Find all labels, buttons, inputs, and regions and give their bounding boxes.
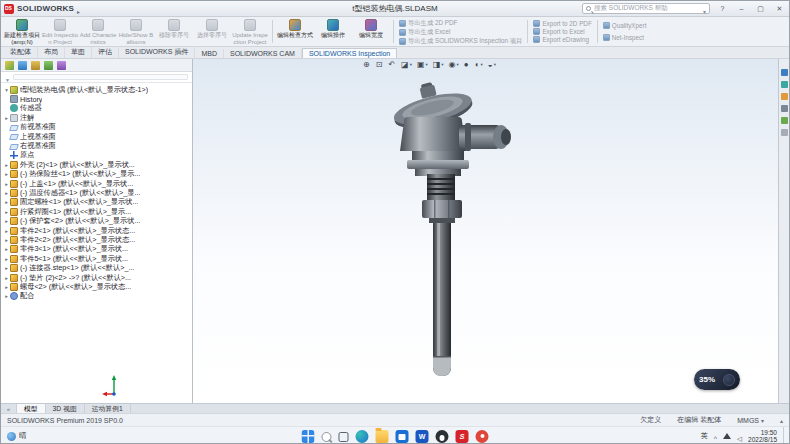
expand-arrow-icon[interactable]: ▸: [3, 237, 10, 243]
qualityxpert-item[interactable]: QualityXpert: [603, 22, 647, 29]
expand-arrow-icon[interactable]: ▸: [3, 199, 10, 205]
feature-tree-item[interactable]: 上视基准面: [3, 132, 192, 141]
export-inspection-project-cn-item[interactable]: 导出生成 SOLIDWORKS Inspection 项目: [399, 37, 522, 46]
new-inspection-project-button[interactable]: 新建检查项目 (amp;N): [3, 18, 41, 45]
help-button[interactable]: [716, 3, 729, 15]
tab-inspection[interactable]: SOLIDWORKS Inspection: [302, 48, 397, 58]
design-library-icon[interactable]: [781, 81, 788, 88]
feature-tree-item[interactable]: ▸ 零件2<1> (默认<<默认>_显示状态...: [3, 226, 192, 235]
store-icon[interactable]: [396, 430, 409, 443]
help-search-box[interactable]: 搜索 SOLIDWORKS 帮助: [582, 3, 710, 14]
expand-arrow-icon[interactable]: ▸: [3, 115, 10, 121]
configurationmanager-tab-icon[interactable]: [31, 61, 40, 70]
tab-assembly[interactable]: 装配体: [4, 46, 38, 58]
expand-arrow-icon[interactable]: ▸: [3, 256, 10, 262]
network-icon[interactable]: [723, 433, 731, 439]
feature-tree-item[interactable]: History: [3, 94, 192, 103]
export-edrawing-item[interactable]: Export eDrawing: [533, 36, 591, 43]
filter-input[interactable]: [13, 74, 188, 80]
qq-icon[interactable]: [436, 430, 449, 443]
weather-widget[interactable]: 晴: [7, 427, 27, 444]
expand-arrow-icon[interactable]: ▸: [3, 275, 10, 281]
task-view-button[interactable]: [339, 432, 349, 442]
tab-addins[interactable]: SOLIDWORKS 插件: [119, 46, 195, 58]
feature-tree-item[interactable]: ▸ 配合: [3, 292, 192, 301]
feature-tree-item[interactable]: 原点: [3, 151, 192, 160]
sw-resources-icon[interactable]: [781, 69, 788, 76]
edit-inspection-project-button[interactable]: Edit Inspection Project: [41, 18, 79, 45]
feature-tree-item[interactable]: ▸ (-) 保护套<2> (默认<<默认>_显示状...: [3, 216, 192, 225]
feature-tree-item[interactable]: ▸ 固定螺栓<1> (默认<<默认>_显示状...: [3, 198, 192, 207]
add-characteristics-button[interactable]: Add Characteristics: [79, 18, 117, 45]
units-selector[interactable]: MMGS: [737, 417, 764, 424]
tab-model[interactable]: 模型: [17, 404, 46, 413]
feature-tree-item[interactable]: ▸ 螺母<2> (默认<<默认>_显示状态...: [3, 282, 192, 291]
remove-balloon-button[interactable]: 移除零序号: [155, 18, 193, 45]
feature-tree-item[interactable]: 传感器: [3, 104, 192, 113]
previous-view-icon[interactable]: ↶: [388, 60, 396, 69]
tab-sketch[interactable]: 草图: [65, 46, 92, 58]
status-expand-icon[interactable]: [780, 417, 783, 424]
export-2d-pdf-item[interactable]: Export to 2D PDF: [533, 20, 591, 27]
expand-arrow-icon[interactable]: ▸: [3, 162, 10, 168]
thermocouple-3d-model[interactable]: [193, 59, 778, 403]
minimize-button[interactable]: [735, 3, 748, 15]
edit-tolerance-button[interactable]: 编辑宽度: [352, 18, 390, 45]
feature-tree-item[interactable]: 右视基准面: [3, 141, 192, 150]
tab-3d-views[interactable]: 3D 视图: [46, 404, 85, 413]
net-inspect-item[interactable]: Net-Inspect: [603, 34, 647, 41]
recorder-icon[interactable]: [476, 430, 489, 443]
search-caret-icon[interactable]: [703, 0, 706, 18]
expand-arrow-icon[interactable]: ▸: [3, 218, 10, 224]
view-settings-icon[interactable]: ◒ ▾: [488, 60, 496, 69]
edit-inspection-method-button[interactable]: 编辑检查方式: [276, 18, 314, 45]
zoom-fit-icon[interactable]: ⊕: [363, 60, 371, 69]
feature-tree-item[interactable]: ▸ 零件5<1> (默认<<默认>_显示状...: [3, 254, 192, 263]
feature-tree-item[interactable]: ▸ (-) 热保险丝<1> (默认<<默认>_显示...: [3, 170, 192, 179]
displaymanager-tab-icon[interactable]: [57, 61, 66, 70]
expand-arrow-icon[interactable]: ▸: [3, 246, 10, 252]
edge-icon[interactable]: [356, 430, 369, 443]
edit-operation-button[interactable]: 编辑操作: [314, 18, 352, 45]
tab-cam[interactable]: SOLIDWORKS CAM: [224, 49, 302, 58]
section-view-icon[interactable]: ◪ ▾: [401, 60, 412, 69]
feature-tree-item[interactable]: ▸ 零件2<2> (默认<<默认>_显示状态...: [3, 235, 192, 244]
custom-properties-icon[interactable]: [781, 129, 788, 136]
feature-tree-item[interactable]: ▸ 外壳 (2)<1> (默认<<默认>_显示状...: [3, 160, 192, 169]
view-orientation-icon[interactable]: ▣ ▾: [417, 60, 428, 69]
graphics-viewport[interactable]: ⊕ ⊡ ↶ ◪ ▾: [193, 59, 778, 403]
close-button[interactable]: [773, 3, 786, 15]
hide-show-balloons-button[interactable]: Hide/Show Balloons: [117, 18, 155, 45]
expand-arrow-icon[interactable]: ▸: [3, 181, 10, 187]
feature-tree-item[interactable]: ▸ (-) 垫片 (2)<2> ->? (默认<<默认>...: [3, 273, 192, 282]
feature-tree-root[interactable]: t型铠装热电偶 (默认<默认_显示状态-1>): [3, 85, 192, 94]
export-excel-item[interactable]: Export to Excel: [533, 28, 591, 35]
expand-arrow-icon[interactable]: [3, 87, 10, 93]
word-icon[interactable]: [416, 430, 429, 443]
feature-tree-item[interactable]: ▸ 拧紧焊圈<1> (默认<<默认>_显示...: [3, 207, 192, 216]
feature-tree-item[interactable]: ▸ 零件3<1> (默认<<默认>_显示状...: [3, 245, 192, 254]
tab-motion-study-1[interactable]: 运动算例1: [85, 404, 131, 413]
expand-arrow-icon[interactable]: ▸: [3, 190, 10, 196]
feature-tree-item[interactable]: ▸ (-) 连接器.step<1> (默认<<默认>_...: [3, 263, 192, 272]
appearances-icon[interactable]: [781, 117, 788, 124]
hide-show-items-icon[interactable]: ◉ ▾: [449, 60, 459, 69]
export-excel-cn-item[interactable]: 导出生成 Excel: [399, 28, 522, 37]
expand-arrow-icon[interactable]: ▸: [3, 284, 10, 290]
feature-tree-item[interactable]: 前视基准面: [3, 123, 192, 132]
tab-evaluate[interactable]: 评估: [92, 46, 119, 58]
tab-scroll-left-icon[interactable]: [1, 404, 17, 413]
language-indicator[interactable]: 英: [701, 431, 708, 441]
show-desktop-button[interactable]: [783, 427, 786, 444]
maximize-button[interactable]: [754, 3, 767, 15]
apply-scene-icon[interactable]: ◐ ▾: [475, 60, 483, 69]
zoom-area-icon[interactable]: ⊡: [376, 60, 384, 69]
expand-arrow-icon[interactable]: ▸: [3, 209, 10, 215]
clock[interactable]: 19:50 2022/8/15: [748, 429, 777, 444]
search-button[interactable]: [322, 432, 332, 442]
expand-arrow-icon[interactable]: ▸: [3, 228, 10, 234]
expand-arrow-icon[interactable]: ▸: [3, 293, 10, 299]
export-2d-pdf-cn-item[interactable]: 导出生成 2D PDF: [399, 19, 522, 28]
dimxpert-tab-icon[interactable]: [44, 61, 53, 70]
start-button[interactable]: [302, 430, 315, 443]
